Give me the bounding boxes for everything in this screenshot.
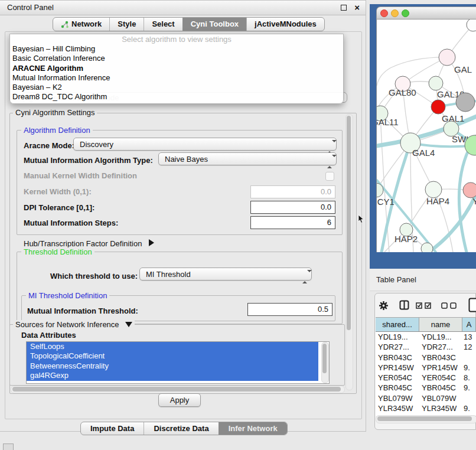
column-header-name[interactable]: name (419, 318, 462, 331)
hub-definition-label: Hub/Transcription Factor Definition (24, 239, 142, 248)
algorithm-dropdown-popup: Select algorithm to view settings Bayesi… (9, 34, 344, 104)
column-header-shared[interactable]: shared... (376, 318, 419, 331)
node-label-hap2: HAP2 (395, 234, 418, 244)
node-label-y: Y (472, 196, 476, 206)
mi-type-combo[interactable]: Naive Bayes (158, 152, 337, 165)
table-row[interactable]: YDR27...YDR27...12 (376, 342, 476, 352)
unchecked-checkboxes-icon[interactable] (441, 302, 457, 309)
gear-icon[interactable] (379, 301, 389, 311)
sources-title: Sources for Network Inference (15, 320, 119, 329)
table-cell: YBR043C (376, 353, 419, 363)
tab-impute-data[interactable]: Impute Data (81, 422, 144, 435)
sources-toggle[interactable]: Sources for Network Inference (13, 320, 135, 329)
column-header-a[interactable]: A (462, 318, 476, 331)
network-node-gal[interactable] (439, 49, 455, 66)
network-node-gal10[interactable] (429, 76, 443, 90)
algorithm-option-dream8-dc-tdc-algorithm[interactable]: Dream8 DC_TDC Algorithm (10, 92, 343, 102)
window-minimize-button[interactable] (391, 9, 399, 17)
network-window-titlebar[interactable] (376, 6, 476, 19)
table-cell: YER054C (419, 373, 462, 383)
table-cell: YDR27... (376, 342, 419, 352)
settings-hscroll-thumb[interactable] (12, 387, 341, 392)
tab-style[interactable]: Style (109, 18, 144, 31)
node-table[interactable]: shared...nameAYDL19...YDL19...13YDR27...… (376, 317, 476, 416)
tab-discretize-data[interactable]: Discretize Data (144, 422, 218, 435)
table-cell: YDL19... (376, 332, 419, 342)
settings-vscroll-thumb[interactable] (347, 116, 351, 330)
table-cell: YBL079W (419, 393, 462, 403)
apply-button[interactable]: Apply (158, 393, 201, 407)
control-panel-titlebar[interactable]: Control Panel × (0, 1, 366, 15)
split-view-icon[interactable] (399, 300, 409, 310)
tab-jactivemnodules[interactable]: jActiveMNodules (246, 18, 324, 31)
mi-threshold-field[interactable]: 0.5 (247, 303, 332, 316)
settings-vertical-scrollbar[interactable] (345, 114, 353, 390)
kernel-width-label: Kernel Width (0,1): (24, 187, 92, 196)
document-icon[interactable] (468, 298, 476, 312)
table-horizontal-scrollbar[interactable] (376, 415, 476, 423)
network-node-gal1[interactable] (431, 100, 445, 114)
collapsed-panel-handle[interactable] (3, 444, 14, 450)
dpi-tolerance-field[interactable]: 0.0 (250, 201, 335, 214)
control-panel-title: Control Panel (7, 1, 54, 15)
window-close-button[interactable] (380, 9, 388, 17)
float-window-icon[interactable] (341, 5, 347, 11)
algorithm-dropdown-placeholder: Select algorithm to view settings (10, 34, 343, 44)
table-cell: YLR345W (419, 403, 462, 413)
mouse-cursor-icon (358, 215, 365, 224)
table-row[interactable]: YBR043CYBR043C (376, 353, 476, 363)
mi-type-label: Mutual Information Algorithm Type: (24, 156, 153, 165)
settings-horizontal-scrollbar[interactable] (11, 386, 345, 393)
table-hscroll-thumb[interactable] (377, 416, 472, 421)
mi-steps-field[interactable]: 6 (250, 216, 335, 229)
table-row[interactable]: YBR045CYBR045C9. (376, 383, 476, 393)
table-cell: 9. (462, 383, 476, 393)
manual-kernel-checkbox[interactable] (325, 172, 334, 181)
attribute-item-selfloops[interactable]: SelfLoops (27, 342, 318, 351)
table-row[interactable]: YBL079WYBL079W (376, 393, 476, 403)
algorithm-option-basic-correlation-inference[interactable]: Basic Correlation Inference (10, 54, 343, 63)
kernel-width-field[interactable]: 0.0 (250, 185, 335, 198)
table-row[interactable]: YER054CYER054C8. (376, 373, 476, 383)
algorithm-option-bayesian-k2[interactable]: Bayesian – K2 (10, 83, 343, 92)
network-node[interactable] (467, 19, 476, 31)
table-cell: YBR045C (419, 383, 462, 393)
table-row[interactable]: YDL19...YDL19...13 (376, 332, 476, 342)
mi-threshold-label: Mutual Information Threshold: (27, 306, 138, 315)
close-window-icon[interactable]: × (354, 2, 360, 12)
table-row[interactable]: YLR345WYLR345W9. (376, 403, 476, 413)
window-zoom-button[interactable] (402, 9, 409, 17)
tab-network[interactable]: Network (53, 18, 109, 31)
network-view-canvas[interactable]: GALGAL80GAL10GAL1SWI4GAL11GAL4GCY1HAP4YH… (376, 19, 476, 252)
chevron-up-down-icon (327, 155, 332, 162)
table-row[interactable]: YPR145WYPR145W9. (376, 363, 476, 373)
aracne-mode-combo[interactable]: Discovery (73, 138, 337, 151)
tab-infer-network[interactable]: Infer Network (219, 422, 287, 435)
cyni-settings-group-title: Cyni Algorithm Settings (13, 108, 97, 117)
network-node-hap4[interactable] (425, 181, 442, 198)
network-graph[interactable]: GALGAL80GAL10GAL1SWI4GAL11GAL4GCY1HAP4YH… (377, 19, 476, 252)
which-threshold-combo[interactable]: MI Threshold (139, 268, 312, 281)
algorithm-dropdown-list: Bayesian – Hill ClimbingBasic Correlatio… (10, 44, 343, 102)
checked-checkboxes-icon[interactable] (416, 302, 432, 309)
network-node[interactable] (456, 93, 475, 112)
table-cell: 9. (462, 403, 476, 413)
aracne-mode-value: Discovery (80, 140, 113, 149)
attributes-vertical-scrollbar[interactable] (321, 342, 329, 383)
algorithm-option-bayesian-hill-climbing[interactable]: Bayesian – Hill Climbing (10, 44, 343, 54)
node-label-gal4: GAL4 (412, 148, 435, 158)
tab-cyni-toolbox[interactable]: Cyni Toolbox (182, 18, 246, 31)
hub-definition-toggle[interactable]: Hub/Transcription Factor Definition (24, 239, 154, 248)
attributes-vscroll-thumb[interactable] (322, 344, 327, 373)
network-node[interactable] (421, 243, 433, 252)
algorithm-option-mutual-information-inference[interactable]: Mutual Information Inference (10, 73, 343, 83)
algorithm-option-aracne-algorithm[interactable]: ARACNE Algorithm (10, 64, 343, 73)
attribute-item-gal4rgexp[interactable]: gal4RGexp (27, 371, 318, 380)
tab-select[interactable]: Select (144, 18, 182, 31)
table-cell: YBL079W (376, 393, 419, 403)
data-attributes-list[interactable]: SelfLoopsTopologicalCoefficientBetweenne… (26, 341, 330, 384)
expand-arrow-icon[interactable] (149, 239, 154, 246)
attribute-item-topologicalcoefficient[interactable]: TopologicalCoefficient (27, 351, 318, 361)
collapse-arrow-icon[interactable] (125, 322, 132, 327)
attribute-item-betweennesscentrality[interactable]: BetweennessCentrality (27, 361, 318, 371)
